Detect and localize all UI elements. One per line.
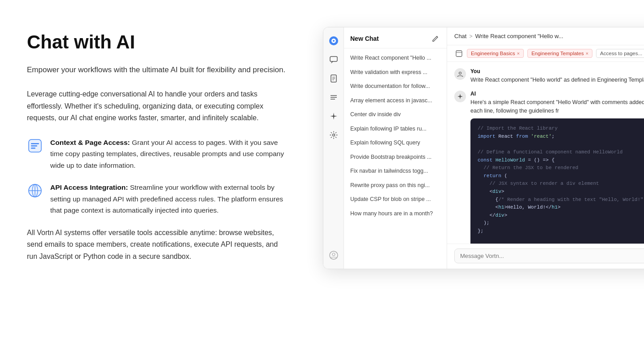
chat-list-item[interactable]: Write React component "Hello ... xyxy=(344,51,447,65)
tag-close-1[interactable]: × xyxy=(517,51,519,56)
svg-point-21 xyxy=(332,253,335,256)
sidebar-user-icon[interactable] xyxy=(326,248,341,262)
svg-rect-2 xyxy=(31,145,37,147)
ai-message-intro: Here's a simple React component "Hello W… xyxy=(470,98,644,115)
chat-list-item[interactable]: Explain following SQL query xyxy=(344,136,447,150)
page-title: Chat with AI xyxy=(27,31,287,53)
svg-rect-3 xyxy=(31,148,35,149)
context-icon xyxy=(454,49,463,58)
svg-rect-11 xyxy=(330,57,337,61)
sidebar-sparkle-icon[interactable] xyxy=(326,109,341,123)
feature-api-label: API Access Integration: xyxy=(50,183,128,191)
chat-list-item[interactable]: Provide Bootstrap breakpoints ... xyxy=(344,150,447,165)
chat-list-item[interactable]: Write documentation for follow... xyxy=(344,79,447,94)
code-block: // Import the React library import React… xyxy=(470,118,644,244)
chat-list-item[interactable]: Array element access in javasc... xyxy=(344,94,447,108)
api-integration-icon xyxy=(27,183,43,199)
feature-context-access: Context & Page Access: Grant your AI acc… xyxy=(27,137,287,171)
chat-main-area: Chat > Write React component "Hello w...… xyxy=(447,27,644,269)
breadcrumb-page-title: Write React component "Hello w... xyxy=(475,33,563,39)
chat-list-item[interactable]: How many hours are in a month? xyxy=(344,207,447,221)
svg-rect-22 xyxy=(456,51,462,57)
tag-engineering-templates[interactable]: Engineering Templates × xyxy=(527,49,592,58)
chat-input[interactable] xyxy=(454,249,644,263)
new-chat-button[interactable] xyxy=(431,34,440,44)
user-author-label: You xyxy=(470,68,644,74)
breadcrumb: Chat > Write React component "Hello w... xyxy=(447,27,644,45)
chat-list-item[interactable]: Fix navbar in tailwindcss togg... xyxy=(344,164,447,179)
subtitle-text: Empower your workflows with the ultimate… xyxy=(27,64,287,76)
context-tags-bar: Engineering Basics × Engineering Templat… xyxy=(447,45,644,62)
breadcrumb-separator: > xyxy=(469,33,472,39)
sidebar-logo-icon[interactable] xyxy=(326,34,341,48)
user-message-text: Write React component "Hello world" as d… xyxy=(470,76,644,84)
chat-list-item[interactable]: Update CSP for blob on stripe ... xyxy=(344,192,447,207)
ai-message-content: AI Here's a simple React component "Hell… xyxy=(470,91,644,244)
chat-list-item[interactable]: Write validation with express ... xyxy=(344,65,447,80)
feature-context-label: Context & Page Access: xyxy=(50,139,130,146)
context-page-icon xyxy=(27,138,43,154)
app-mockup: New Chat Write React component "Hello ..… xyxy=(323,27,644,269)
svg-point-19 xyxy=(332,134,335,136)
chat-list-panel: New Chat Write React component "Hello ..… xyxy=(344,27,447,269)
body-text-2: All Vortn AI systems offer versatile too… xyxy=(27,227,287,262)
ai-avatar xyxy=(454,91,466,102)
feature-api-access: API Access Integration: Streamline your … xyxy=(27,182,287,216)
chat-list-header: New Chat xyxy=(344,27,447,48)
sidebar-list-icon[interactable] xyxy=(326,90,341,105)
sidebar-chat-icon[interactable] xyxy=(326,52,341,67)
tag-access-pages[interactable]: Access to pages... xyxy=(596,49,644,58)
svg-point-24 xyxy=(459,72,461,74)
chat-items-list: Write React component "Hello ...Write va… xyxy=(344,48,447,269)
user-avatar xyxy=(454,68,466,80)
tag-close-2[interactable]: × xyxy=(586,51,588,56)
breadcrumb-chat-label: Chat xyxy=(454,33,466,39)
user-message-content: You Write React component "Hello world" … xyxy=(470,68,644,84)
chat-list-item[interactable]: Rewrite proxy pass on this ngi... xyxy=(344,179,447,193)
body-text-1: Leverage cutting-edge conversational AI … xyxy=(27,88,287,124)
app-sidebar xyxy=(323,27,344,269)
ai-author-label: AI xyxy=(470,91,644,97)
chat-list-item[interactable]: Explain following IP tables ru... xyxy=(344,122,447,136)
svg-rect-1 xyxy=(31,143,39,144)
feature-context-text: Context & Page Access: Grant your AI acc… xyxy=(50,137,287,171)
message-you: You Write React component "Hello world" … xyxy=(454,68,644,84)
chat-list-item[interactable]: Center div inside div xyxy=(344,108,447,122)
chat-input-area xyxy=(447,244,644,269)
app-window: New Chat Write React component "Hello ..… xyxy=(323,27,644,269)
sidebar-docs-icon[interactable] xyxy=(326,71,341,86)
chat-messages: You Write React component "Hello world" … xyxy=(447,62,644,244)
chat-list-title: New Chat xyxy=(350,35,379,42)
svg-point-10 xyxy=(333,40,335,42)
feature-api-text: API Access Integration: Streamline your … xyxy=(50,182,287,216)
message-ai: AI Here's a simple React component "Hell… xyxy=(454,91,644,244)
sidebar-settings-icon[interactable] xyxy=(326,128,341,142)
tag-engineering-basics[interactable]: Engineering Basics × xyxy=(467,49,524,58)
